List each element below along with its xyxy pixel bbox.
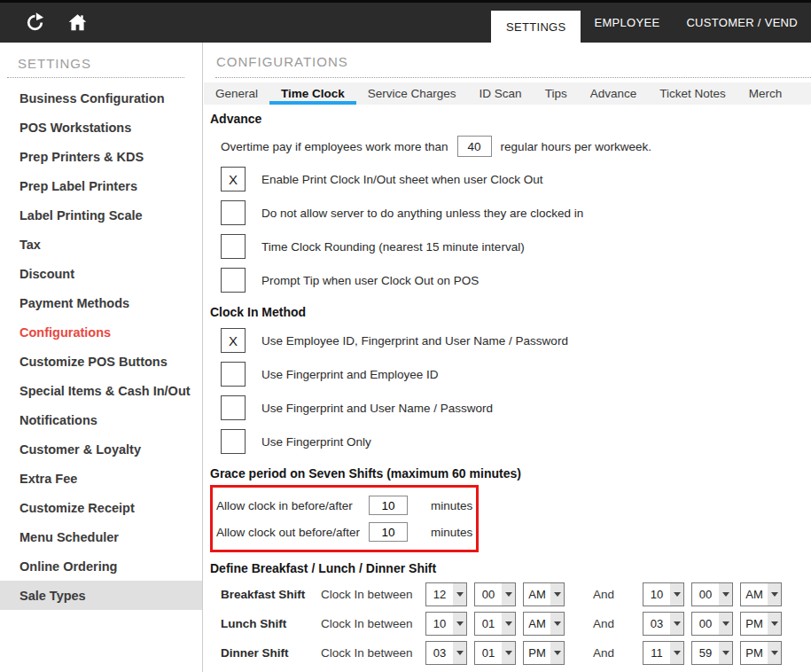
dinner-start-hour-select[interactable]: 03 (425, 641, 467, 665)
tab-ticket-notes[interactable]: Ticket Notes (648, 82, 737, 105)
breakfast-end-ampm-select[interactable]: AM (740, 582, 782, 606)
chevron-down-icon (719, 613, 732, 635)
sidebar-item-customize-pos-buttons[interactable]: Customize POS Buttons (0, 347, 202, 376)
sidebar-item-notifications[interactable]: Notifications (0, 405, 202, 434)
and-label: And (565, 588, 643, 601)
top-tab-settings[interactable]: SETTINGS (491, 11, 581, 43)
minutes-label: minutes (431, 526, 472, 539)
lunch-end-hour-select[interactable]: 03 (643, 612, 684, 636)
tab-general[interactable]: General (204, 82, 269, 105)
id-fingerprint-password-checkbox[interactable]: X (221, 328, 246, 353)
time-clock-rounding-checkbox[interactable] (221, 234, 246, 259)
sidebar-item-label-printing-scale[interactable]: Label Printing Scale (0, 200, 202, 230)
chevron-down-icon (768, 613, 781, 635)
select-value: AM (524, 613, 550, 635)
sidebar-item-tax[interactable]: Tax (0, 230, 202, 259)
select-value: PM (524, 642, 550, 664)
select-value: 59 (692, 642, 719, 664)
lunch-start-time-group: 10 01 AM (425, 612, 565, 636)
sidebar-item-menu-scheduler[interactable]: Menu Scheduler (0, 522, 202, 551)
define-shifts-heading: Define Breakfast / Lunch / Dinner Shift (210, 561, 811, 575)
chevron-down-icon (719, 642, 732, 664)
sidebar-item-customize-receipt[interactable]: Customize Receipt (0, 493, 202, 522)
home-icon[interactable] (66, 12, 89, 35)
chevron-down-icon (550, 613, 564, 635)
minutes-label: minutes (431, 499, 472, 512)
sidebar-item-sale-types[interactable]: Sale Types (0, 581, 202, 610)
sidebar-item-prep-printers-kds[interactable]: Prep Printers & KDS (0, 142, 202, 171)
clock-out-grace-input[interactable] (369, 522, 408, 542)
sidebar-item-pos-workstations[interactable]: POS Workstations (0, 113, 202, 142)
dinner-end-ampm-select[interactable]: PM (740, 641, 782, 665)
chevron-down-icon (502, 583, 515, 606)
fingerprint-only-checkbox[interactable] (221, 429, 246, 454)
dinner-start-ampm-select[interactable]: PM (523, 641, 565, 665)
sidebar-item-discount[interactable]: Discount (0, 259, 202, 288)
checkbox-row-server-clocked-in: Do not allow server to do anything unles… (221, 200, 811, 225)
grace-period-heading: Grace period on Seven Shifts (maximum 60… (210, 466, 811, 481)
clock-in-between-label: Clock In between (321, 588, 425, 601)
checkbox-label: Enable Print Clock In/Out sheet when use… (261, 173, 542, 186)
tab-time-clock[interactable]: Time Clock (269, 82, 356, 105)
sidebar-item-customer-loyalty[interactable]: Customer & Loyalty (0, 434, 202, 464)
sidebar-item-online-ordering[interactable]: Online Ordering (0, 551, 202, 581)
select-value: 00 (692, 613, 719, 635)
overtime-hours-input[interactable] (457, 136, 492, 157)
shift-rows: Breakfast Shift Clock In between 12 00 A… (210, 582, 811, 665)
top-tab-employee[interactable]: EMPLOYEE (581, 3, 673, 43)
checkbox-row-fingerprint-employee-id: Use Fingerprint and Employee ID (221, 362, 811, 387)
print-clock-sheet-checkbox[interactable]: X (221, 167, 246, 191)
breakfast-start-time-group: 12 00 AM (425, 582, 565, 606)
chevron-down-icon (670, 642, 683, 664)
select-value: 11 (643, 642, 670, 664)
sidebar-item-special-items-cash[interactable]: Special Items & Cash In/Out (0, 376, 202, 405)
fingerprint-employee-id-checkbox[interactable] (221, 362, 246, 387)
breakfast-start-hour-select[interactable]: 12 (425, 582, 467, 606)
time-clock-content: Advance Overtime pay if employees work m… (204, 105, 811, 665)
dinner-end-minute-select[interactable]: 59 (691, 641, 733, 665)
tab-id-scan[interactable]: ID Scan (468, 82, 534, 105)
lunch-end-ampm-select[interactable]: PM (740, 612, 782, 636)
sidebar-item-prep-label-printers[interactable]: Prep Label Printers (0, 171, 202, 200)
sidebar-item-configurations[interactable]: Configurations (0, 317, 202, 347)
sidebar-item-extra-fee[interactable]: Extra Fee (0, 464, 202, 493)
prompt-tip-checkbox[interactable] (221, 268, 246, 293)
breakfast-end-minute-select[interactable]: 00 (691, 582, 733, 606)
select-value: 00 (475, 583, 502, 606)
select-value: 01 (475, 613, 502, 635)
sidebar-item-business-configuration[interactable]: Business Configuration (0, 83, 202, 113)
overtime-label-before: Overtime pay if employees work more than (221, 140, 448, 153)
server-clocked-in-checkbox[interactable] (221, 200, 246, 225)
tab-advance[interactable]: Advance (579, 82, 649, 105)
chevron-down-icon (670, 613, 683, 635)
select-value: 03 (643, 613, 670, 635)
select-value: AM (524, 583, 550, 606)
overtime-label-after: regular hours per workweek. (501, 140, 651, 153)
chevron-down-icon (550, 642, 564, 664)
sidebar-item-payment-methods[interactable]: Payment Methods (0, 288, 202, 317)
fingerprint-password-checkbox[interactable] (221, 395, 246, 420)
chevron-down-icon (453, 583, 466, 606)
clock-in-method-checkbox-list: X Use Employee ID, Fingerprint and User … (221, 328, 811, 454)
lunch-start-minute-select[interactable]: 01 (474, 612, 516, 636)
refresh-icon[interactable] (23, 12, 46, 35)
settings-sidebar: SETTINGS Business Configuration POS Work… (0, 43, 203, 672)
checkbox-label: Use Employee ID, Fingerprint and User Na… (261, 334, 568, 348)
select-value: 00 (692, 583, 719, 606)
breakfast-end-hour-select[interactable]: 10 (643, 582, 684, 606)
tab-service-charges[interactable]: Service Charges (356, 82, 468, 105)
top-tab-customer-vendor[interactable]: CUSTOMER / VEND (673, 3, 811, 43)
clock-in-grace-input[interactable] (369, 496, 408, 515)
dinner-start-minute-select[interactable]: 01 (474, 641, 516, 665)
lunch-end-minute-select[interactable]: 00 (691, 612, 733, 636)
chevron-down-icon (502, 613, 515, 635)
clock-in-grace-label: Allow clock in before/after (216, 499, 369, 512)
lunch-start-ampm-select[interactable]: AM (523, 612, 565, 636)
tab-tips[interactable]: Tips (534, 82, 579, 105)
select-value: 10 (426, 613, 453, 635)
lunch-start-hour-select[interactable]: 10 (425, 612, 467, 636)
breakfast-start-minute-select[interactable]: 00 (474, 582, 516, 606)
breakfast-start-ampm-select[interactable]: AM (523, 582, 565, 606)
dinner-end-hour-select[interactable]: 11 (643, 641, 684, 665)
tab-merchant[interactable]: Merch (737, 82, 794, 105)
